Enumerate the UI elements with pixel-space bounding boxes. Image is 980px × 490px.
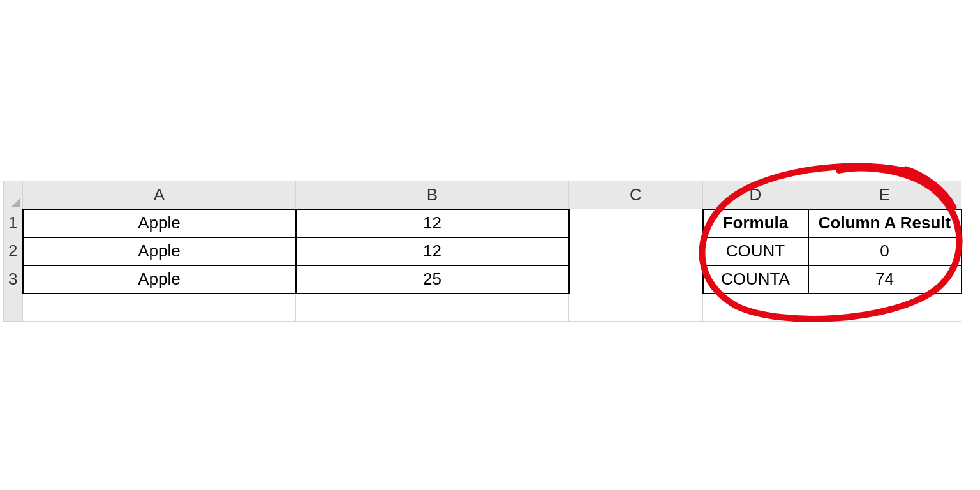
cell-C3[interactable] bbox=[569, 265, 703, 293]
cell-D4[interactable] bbox=[703, 293, 808, 322]
cell-B4[interactable] bbox=[296, 293, 569, 322]
cell-A2[interactable]: Apple bbox=[23, 237, 296, 265]
table-row: 2 Apple 12 COUNT 0 bbox=[4, 237, 961, 265]
col-header-D[interactable]: D bbox=[703, 181, 808, 209]
row-header-2[interactable]: 2 bbox=[4, 237, 23, 265]
cell-A1[interactable]: Apple bbox=[23, 209, 296, 237]
cell-B3[interactable]: 25 bbox=[296, 265, 569, 293]
cell-D3[interactable]: COUNTA bbox=[703, 265, 808, 293]
cell-A4[interactable] bbox=[23, 293, 296, 322]
cell-C4[interactable] bbox=[569, 293, 703, 322]
select-all-corner[interactable] bbox=[4, 181, 23, 209]
cell-E1[interactable]: Column A Result bbox=[808, 209, 961, 237]
cell-C2[interactable] bbox=[569, 237, 703, 265]
row-header-4[interactable] bbox=[4, 293, 23, 322]
cell-B2[interactable]: 12 bbox=[296, 237, 569, 265]
cell-C1[interactable] bbox=[569, 209, 703, 237]
row-header-3[interactable]: 3 bbox=[4, 265, 23, 293]
cell-E4[interactable] bbox=[808, 293, 961, 322]
col-header-E[interactable]: E bbox=[808, 181, 961, 209]
table-row bbox=[4, 293, 961, 322]
cell-A3[interactable]: Apple bbox=[23, 265, 296, 293]
cell-D2[interactable]: COUNT bbox=[703, 237, 808, 265]
table-row: 3 Apple 25 COUNTA 74 bbox=[4, 265, 961, 293]
cell-E3[interactable]: 74 bbox=[808, 265, 961, 293]
col-header-C[interactable]: C bbox=[569, 181, 703, 209]
row-header-1[interactable]: 1 bbox=[4, 209, 23, 237]
col-header-A[interactable]: A bbox=[23, 181, 296, 209]
spreadsheet-grid: A B C D E 1 Apple 12 Formula Column A Re… bbox=[3, 181, 962, 322]
col-header-B[interactable]: B bbox=[296, 181, 569, 209]
table-row: 1 Apple 12 Formula Column A Result bbox=[4, 209, 961, 237]
cell-B1[interactable]: 12 bbox=[296, 209, 569, 237]
cell-D1[interactable]: Formula bbox=[703, 209, 808, 237]
column-header-row: A B C D E bbox=[4, 181, 961, 209]
cell-E2[interactable]: 0 bbox=[808, 237, 961, 265]
